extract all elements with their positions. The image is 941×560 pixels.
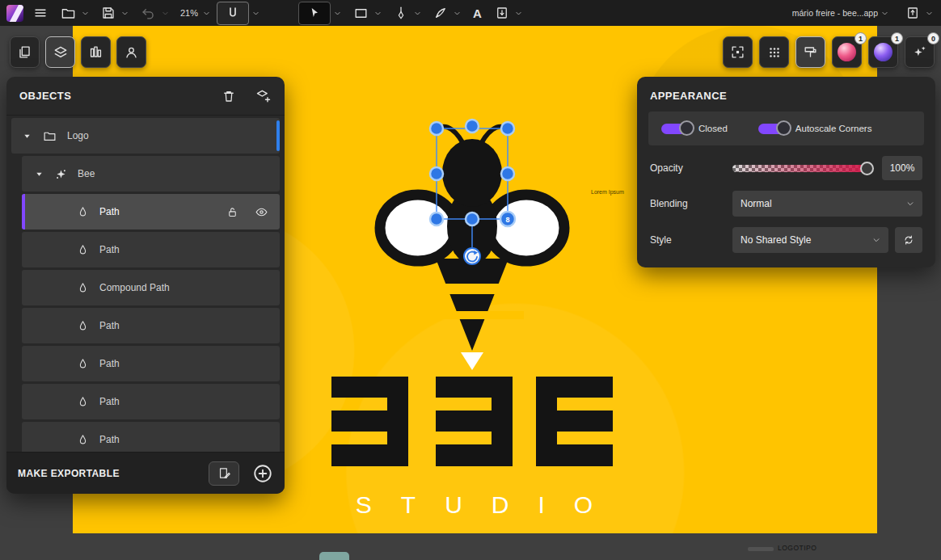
export-persona-button[interactable] [116,36,146,68]
import-menu-chevron[interactable] [515,10,522,17]
export-button[interactable] [903,0,922,26]
selection-node-count: 8 [505,216,509,224]
zoom-menu-chevron[interactable] [203,10,210,17]
autoscale-corners-toggle[interactable] [758,124,784,134]
transform-panel-button[interactable] [723,36,753,68]
brush-tool-chevron[interactable] [454,10,461,17]
open-file-button[interactable] [58,0,78,26]
artboards-icon [88,44,103,60]
boolean-union-tool[interactable] [217,2,249,25]
transform-icon [730,44,745,60]
opacity-label: Opacity [650,162,732,174]
page-pencil-icon [217,466,231,480]
plus-circle-icon[interactable] [252,463,273,484]
save-menu-chevron[interactable] [121,10,129,17]
chevron-down-icon [162,10,169,17]
pages-icon [17,44,32,60]
main-menu-button[interactable] [31,0,50,26]
document-account-label[interactable]: mário freire - bee...app [792,8,878,18]
chevron-down-icon [414,10,421,17]
tree-row-path[interactable]: Path [22,422,280,452]
chevron-down-icon [515,10,522,17]
shape-tool[interactable] [351,0,371,26]
closed-toggle[interactable] [661,124,687,134]
handle-top-right [501,122,514,135]
save-button[interactable] [99,0,118,26]
appearance-panel-button[interactable] [795,36,825,68]
appearance-toggles-row: Closed Autoscale Corners [648,112,924,145]
opacity-row: Opacity 100% [648,156,924,180]
chevron-down-icon [121,10,129,17]
unlock-icon[interactable] [226,206,238,218]
pen-tool-chevron[interactable] [414,10,421,17]
app-window: STUDIO Lorem Ipsum 8 [0,0,941,560]
undo-menu-chevron[interactable] [162,10,169,17]
artboards-panel-button[interactable] [81,36,111,68]
pages-panel-button[interactable] [10,36,40,68]
tree-row-label: Path [99,358,120,369]
export-slice-button[interactable] [209,461,239,486]
shape-tool-chevron[interactable] [374,10,382,17]
folder-icon [43,129,57,143]
tree-row-bee[interactable]: Bee [22,156,280,192]
trash-icon[interactable] [222,89,236,103]
add-layer-icon[interactable] [255,88,272,104]
move-tool-chevron[interactable] [334,10,341,17]
opacity-slider-knob[interactable] [860,162,874,175]
zoom-level[interactable]: 21% [179,0,200,26]
blending-select[interactable]: Normal [732,191,922,217]
closed-toggle-group: Closed [661,124,728,134]
tree-row-logo[interactable]: Logo [11,118,280,154]
chevron-down-icon [82,10,89,17]
faint-label [748,547,774,551]
pen-nib-icon [394,6,408,20]
boolean-menu-chevron[interactable] [252,10,260,17]
opacity-value-field[interactable]: 100% [882,156,922,180]
tree-row-path-selected[interactable]: Path [22,194,280,229]
layers-icon [53,44,69,61]
fill-color-button[interactable]: 1 [832,36,862,68]
path-icon [77,434,89,446]
tree-row-path[interactable]: Path [22,308,280,343]
tree-row-compound-path[interactable]: Compound Path [22,270,280,305]
selection-handles [430,120,515,226]
caret-down-icon[interactable] [35,170,44,179]
node-editor-panel-button[interactable] [759,36,789,68]
style-select[interactable]: No Shared Style [732,227,888,253]
handle-top-mid [466,120,479,133]
make-exportable-label: MAKE EXPORTABLE [18,468,120,479]
tree-row-path[interactable]: Path [22,384,280,419]
union-icon [226,6,240,20]
stroke-color-button[interactable]: 1 [868,36,898,68]
chevron-down-icon [454,10,461,17]
move-tool[interactable] [298,2,331,25]
cursor-icon [308,6,321,19]
path-icon [77,282,89,294]
path-icon [77,396,89,408]
account-menu-chevron[interactable] [881,10,888,17]
undo-button[interactable] [138,0,158,26]
export-box-icon [905,6,920,20]
pen-tool[interactable] [391,0,411,26]
tree-row-label: Path [99,206,120,217]
text-tool[interactable]: A [470,0,484,26]
tree-row-path[interactable]: Path [22,232,280,267]
import-button[interactable] [492,0,512,26]
bottom-page-tab[interactable] [319,552,349,560]
export-menu-chevron[interactable] [926,10,933,17]
open-file-menu-chevron[interactable] [82,10,89,17]
caret-down-icon[interactable] [23,132,32,141]
fill-color-swatch [838,43,856,61]
app-logo[interactable] [6,5,23,22]
tree-row-path[interactable]: Path [22,346,280,381]
opacity-slider[interactable] [732,165,867,172]
layers-panel-button[interactable] [45,36,75,68]
selection-bounding-box [437,128,508,219]
style-label: Style [650,234,732,246]
chevron-down-icon [881,10,888,17]
style-sync-button[interactable] [895,227,922,253]
path-icon [77,206,89,218]
eye-icon[interactable] [255,205,268,219]
effects-panel-button[interactable]: 0 [905,36,935,68]
brush-tool[interactable] [431,0,450,26]
